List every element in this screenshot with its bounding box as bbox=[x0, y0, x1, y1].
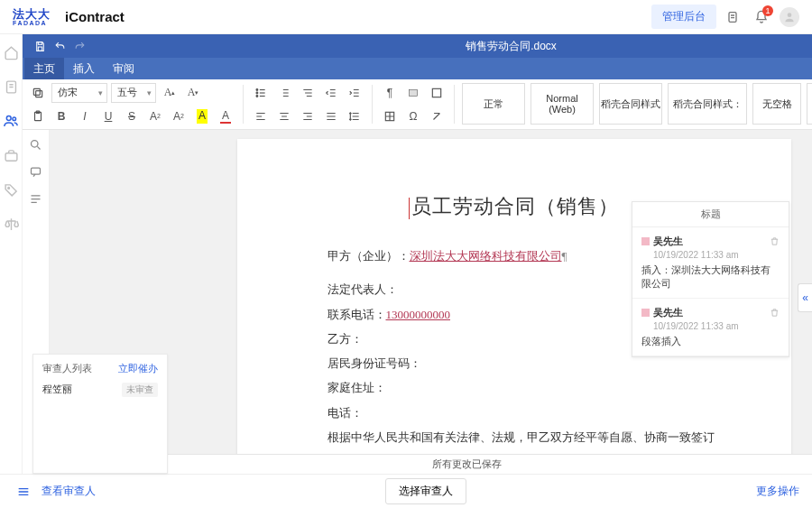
reviewer-name: 程笠丽 bbox=[42, 383, 72, 397]
subscript-icon[interactable]: A2 bbox=[169, 106, 189, 126]
user-avatar[interactable] bbox=[780, 7, 799, 27]
search-icon[interactable] bbox=[27, 135, 45, 153]
font-size-select[interactable]: 五号 bbox=[111, 83, 156, 103]
comment-item[interactable]: 吴先生 10/19/2022 11:33 am 段落插入 bbox=[632, 299, 789, 356]
special-char-icon[interactable]: Ω bbox=[403, 106, 423, 126]
svg-rect-18 bbox=[432, 88, 440, 97]
font-family-select[interactable]: 仿宋 bbox=[51, 83, 107, 103]
highlight-icon[interactable]: A bbox=[192, 106, 212, 126]
align-right-icon[interactable] bbox=[298, 106, 318, 126]
save-status: 所有更改已保存 bbox=[91, 457, 812, 471]
shading-icon[interactable] bbox=[403, 83, 423, 103]
phone-link[interactable]: 13000000000 bbox=[386, 308, 451, 321]
align-center-icon[interactable] bbox=[274, 106, 294, 126]
grow-font-icon[interactable]: A▴ bbox=[160, 83, 180, 103]
svg-point-15 bbox=[256, 92, 258, 94]
app-name: iContract bbox=[65, 9, 125, 24]
font-color-icon[interactable]: A bbox=[216, 106, 235, 126]
line-tel: 电话： bbox=[304, 401, 724, 425]
undo-icon[interactable] bbox=[50, 36, 69, 56]
nav-people-icon[interactable] bbox=[0, 110, 22, 132]
style-option-3[interactable]: 无空格 bbox=[752, 83, 801, 125]
shrink-font-icon[interactable]: A▾ bbox=[183, 83, 203, 103]
style-option-0[interactable]: Normal (Web) bbox=[531, 83, 594, 125]
comment-item[interactable]: 吴先生 10/19/2022 11:33 am 插入：深圳法大大网络科技有限公司 bbox=[632, 227, 789, 299]
left-nav bbox=[0, 34, 23, 508]
tab-insert[interactable]: 插入 bbox=[64, 58, 104, 79]
svg-point-6 bbox=[7, 187, 9, 189]
svg-point-16 bbox=[256, 95, 258, 97]
multilevel-list-icon[interactable] bbox=[298, 83, 318, 103]
svg-rect-8 bbox=[38, 47, 42, 51]
bullet-list-icon[interactable] bbox=[251, 83, 271, 103]
document-filename: 销售劳动合同.docx bbox=[89, 39, 812, 54]
party-a-link[interactable]: 深圳法大大网络科技有限公司 bbox=[410, 249, 562, 263]
bold-icon[interactable]: B bbox=[51, 106, 71, 126]
copy-icon[interactable] bbox=[28, 83, 48, 103]
nav-doc-icon[interactable] bbox=[0, 76, 22, 97]
strike-icon[interactable]: S bbox=[122, 106, 142, 126]
borders-icon[interactable] bbox=[427, 83, 447, 103]
comment-color-swatch bbox=[641, 237, 650, 245]
style-option-4[interactable]: Default Paragra bbox=[807, 83, 812, 125]
view-reviewers-link[interactable]: 查看审查人 bbox=[42, 484, 96, 499]
comment-time: 10/19/2022 11:33 am bbox=[653, 250, 780, 260]
editor-menubar: 主页 插入 审阅 1 bbox=[23, 58, 812, 79]
number-list-icon[interactable] bbox=[274, 83, 294, 103]
nav-tag-icon[interactable] bbox=[0, 179, 22, 200]
comment-icon[interactable] bbox=[27, 162, 45, 180]
delete-comment-icon[interactable] bbox=[770, 308, 780, 318]
svg-point-3 bbox=[6, 116, 11, 121]
outdent-icon[interactable] bbox=[321, 83, 341, 103]
justify-icon[interactable] bbox=[321, 106, 341, 126]
reviewer-panel-title: 审查人列表 bbox=[42, 362, 92, 375]
more-actions-link[interactable]: 更多操作 bbox=[756, 484, 799, 499]
outline-icon[interactable] bbox=[27, 189, 45, 208]
editor-ribbon: 仿宋 五号 A▴ A▾ B I U S A2 A2 A A bbox=[23, 79, 812, 130]
paste-icon[interactable] bbox=[28, 106, 48, 126]
paragraph-mark-icon[interactable]: ¶ bbox=[380, 83, 400, 103]
editor-titlebar: 销售劳动合同.docx 吴先生 bbox=[23, 34, 812, 58]
svg-point-1 bbox=[788, 13, 792, 17]
save-icon[interactable] bbox=[30, 36, 50, 56]
nav-scale-icon[interactable] bbox=[0, 213, 22, 235]
italic-icon[interactable]: I bbox=[75, 106, 95, 126]
svg-point-4 bbox=[13, 117, 16, 121]
nav-briefcase-icon[interactable] bbox=[0, 144, 22, 166]
line-spacing-icon[interactable] bbox=[345, 106, 364, 126]
notification-bell-icon[interactable]: 1 bbox=[749, 5, 774, 30]
underline-icon[interactable]: U bbox=[98, 106, 118, 126]
comments-header: 标题 bbox=[632, 202, 789, 227]
style-option-2[interactable]: 稻壳合同样式： bbox=[668, 83, 747, 125]
clear-format-icon[interactable] bbox=[427, 106, 447, 126]
collapse-sidebar-icon[interactable]: « bbox=[798, 283, 812, 312]
svg-rect-5 bbox=[5, 152, 17, 161]
brand-logo: 法大大 FADADA bbox=[13, 8, 51, 26]
brand-top: 法大大 bbox=[13, 8, 51, 20]
page-footer: 查看审查人 选择审查人 更多操作 bbox=[0, 474, 812, 508]
comment-text: 插入：深圳法大大网络科技有限公司 bbox=[641, 263, 780, 291]
svg-rect-7 bbox=[38, 42, 42, 44]
style-current[interactable]: 正常 bbox=[462, 83, 525, 125]
delete-comment-icon[interactable] bbox=[770, 236, 780, 246]
select-reviewer-button[interactable]: 选择审查人 bbox=[385, 478, 466, 504]
reviewer-panel: 审查人列表 立即催办 程笠丽 未审查 bbox=[32, 354, 168, 474]
redo-icon[interactable] bbox=[69, 36, 89, 56]
admin-console-button[interactable]: 管理后台 bbox=[651, 5, 716, 29]
style-option-1[interactable]: 稻壳合同样式 bbox=[599, 83, 662, 125]
clipboard-icon[interactable] bbox=[720, 5, 745, 30]
svg-point-20 bbox=[32, 140, 39, 147]
menu-icon[interactable] bbox=[13, 481, 34, 503]
superscript-icon[interactable]: A2 bbox=[145, 106, 165, 126]
reviewer-row: 程笠丽 未审查 bbox=[42, 383, 158, 397]
nav-home-icon[interactable] bbox=[0, 42, 22, 63]
table-icon[interactable] bbox=[380, 106, 400, 126]
comment-text: 段落插入 bbox=[641, 335, 780, 348]
svg-rect-10 bbox=[36, 90, 42, 97]
tab-review[interactable]: 审阅 bbox=[104, 58, 143, 79]
indent-icon[interactable] bbox=[345, 83, 364, 103]
tab-home[interactable]: 主页 bbox=[24, 58, 64, 79]
align-left-icon[interactable] bbox=[251, 106, 271, 126]
remind-link[interactable]: 立即催办 bbox=[118, 362, 158, 375]
status-bar: 所有更改已保存 − 缩放%120 + bbox=[82, 454, 812, 474]
